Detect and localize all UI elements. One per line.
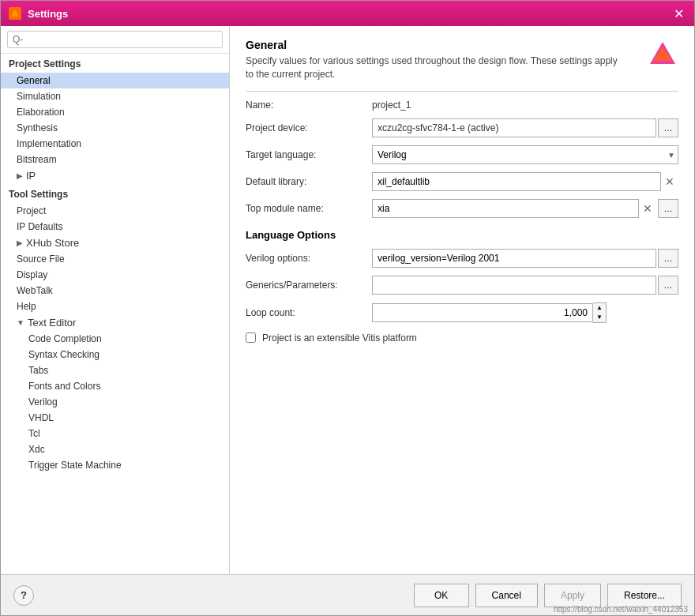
checkbox-row: Project is an extensible Vitis platform — [246, 332, 678, 344]
apply-button[interactable]: Apply — [544, 584, 601, 607]
close-button[interactable]: ✕ — [671, 6, 686, 21]
sidebar-item-xdc[interactable]: Xdc — [1, 441, 229, 457]
verilog-options-label: Verilog options: — [246, 253, 372, 264]
sidebar-item-verilog[interactable]: Verilog — [1, 394, 229, 410]
top-module-browse-button[interactable]: … — [658, 199, 678, 218]
generics-input[interactable] — [372, 276, 656, 295]
xhub-arrow-icon: ▶ — [17, 239, 23, 247]
title-bar: Settings ✕ — [1, 1, 694, 26]
generics-label: Generics/Parameters: — [246, 280, 372, 291]
restore-button[interactable]: Restore... — [607, 584, 682, 607]
sidebar-item-implementation[interactable]: Implementation — [1, 136, 229, 152]
target-language-row: Target language: Verilog VHDL ▼ — [246, 145, 678, 164]
cancel-button[interactable]: Cancel — [475, 584, 538, 607]
sidebar-item-help[interactable]: Help — [1, 299, 229, 314]
main-header-text: General Specify values for various setti… — [246, 39, 625, 81]
bottom-bar: ? OK Cancel Apply Restore... https://blo… — [1, 574, 694, 615]
ok-button[interactable]: OK — [414, 584, 469, 607]
page-description: Specify values for various settings used… — [246, 54, 625, 81]
project-device-label: Project device: — [246, 122, 372, 133]
project-device-container: … — [372, 118, 678, 137]
language-options-title: Language Options — [246, 229, 678, 241]
target-language-wrapper: Verilog VHDL ▼ — [372, 145, 678, 164]
extensible-vitis-checkbox[interactable] — [246, 332, 256, 343]
text-editor-arrow-icon: ▼ — [17, 318, 24, 327]
top-module-row: Top module name: ✕ … — [246, 199, 678, 218]
main-header: General Specify values for various setti… — [246, 39, 678, 81]
sidebar-item-general[interactable]: General — [1, 73, 229, 88]
default-library-row: Default library: ✕ — [246, 172, 678, 191]
default-library-input[interactable] — [372, 172, 661, 191]
sidebar-item-webtalk[interactable]: WebTalk — [1, 283, 229, 299]
top-module-label: Top module name: — [246, 203, 372, 214]
generics-row: Generics/Parameters: … — [246, 276, 678, 295]
help-button[interactable]: ? — [13, 585, 34, 606]
target-language-label: Target language: — [246, 149, 372, 160]
sidebar-item-ip[interactable]: ▶ IP — [1, 167, 229, 184]
main-content: General Specify values for various setti… — [230, 26, 694, 574]
project-device-input[interactable] — [372, 118, 656, 137]
text-editor-label: Text Editor — [28, 317, 76, 329]
sidebar-item-synthesis[interactable]: Synthesis — [1, 120, 229, 136]
sidebar-item-tcl[interactable]: Tcl — [1, 426, 229, 441]
loop-count-up-button[interactable]: ▲ — [593, 303, 606, 313]
default-library-clear-button[interactable]: ✕ — [661, 172, 678, 191]
search-box — [1, 26, 229, 54]
page-title: General — [246, 39, 625, 51]
generics-browse-button[interactable]: … — [658, 276, 678, 295]
sidebar-scroll: Project Settings General Simulation Elab… — [1, 54, 229, 574]
vivado-logo — [647, 39, 678, 73]
tool-settings-label: Tool Settings — [1, 184, 229, 203]
project-device-row: Project device: … — [246, 118, 678, 137]
svg-marker-0 — [11, 9, 19, 17]
top-module-container: ✕ … — [372, 199, 678, 218]
sidebar-item-simulation[interactable]: Simulation — [1, 88, 229, 104]
loop-count-spinbox-btns: ▲ ▼ — [593, 302, 607, 323]
sidebar-item-tabs[interactable]: Tabs — [1, 362, 229, 378]
sidebar-item-source-file[interactable]: Source File — [1, 251, 229, 267]
content-area: Project Settings General Simulation Elab… — [1, 26, 694, 574]
top-module-clear-button[interactable]: ✕ — [639, 199, 656, 218]
sidebar-item-display[interactable]: Display — [1, 267, 229, 283]
loop-count-input[interactable] — [372, 303, 593, 322]
sidebar-item-trigger-state-machine[interactable]: Trigger State Machine — [1, 457, 229, 473]
sidebar-item-syntax-checking[interactable]: Syntax Checking — [1, 347, 229, 362]
target-language-select[interactable]: Verilog VHDL — [372, 145, 678, 164]
default-library-label: Default library: — [246, 176, 372, 187]
name-row: Name: project_1 — [246, 100, 678, 111]
top-module-input[interactable] — [372, 199, 639, 218]
name-label: Name: — [246, 100, 372, 111]
settings-window: Settings ✕ Project Settings General Simu… — [0, 0, 695, 616]
sidebar-item-vhdl[interactable]: VHDL — [1, 410, 229, 426]
sidebar-item-project[interactable]: Project — [1, 203, 229, 219]
extensible-vitis-label[interactable]: Project is an extensible Vitis platform — [262, 332, 417, 344]
loop-count-container: ▲ ▼ — [372, 302, 607, 323]
loop-count-row: Loop count: ▲ ▼ — [246, 302, 678, 323]
sidebar-item-xhub-store[interactable]: ▶ XHub Store — [1, 235, 229, 251]
sidebar-item-elaboration[interactable]: Elaboration — [1, 104, 229, 120]
verilog-options-row: Verilog options: … — [246, 249, 678, 268]
default-library-container: ✕ — [372, 172, 678, 191]
project-device-browse-button[interactable]: … — [658, 118, 678, 137]
title-bar-left: Settings — [9, 7, 68, 20]
generics-container: … — [372, 276, 678, 295]
sidebar-item-code-completion[interactable]: Code Completion — [1, 331, 229, 347]
window-title: Settings — [28, 8, 68, 20]
xhub-label: XHub Store — [26, 237, 79, 249]
ip-label: IP — [26, 170, 36, 182]
loop-count-down-button[interactable]: ▼ — [593, 313, 606, 322]
verilog-options-browse-button[interactable]: … — [658, 249, 678, 268]
header-divider — [246, 91, 678, 92]
sidebar-item-fonts-colors[interactable]: Fonts and Colors — [1, 378, 229, 394]
ip-arrow-icon: ▶ — [17, 171, 23, 180]
sidebar: Project Settings General Simulation Elab… — [1, 26, 230, 574]
search-input[interactable] — [7, 31, 223, 48]
name-value: project_1 — [372, 100, 411, 111]
verilog-options-container: … — [372, 249, 678, 268]
sidebar-item-bitstream[interactable]: Bitstream — [1, 152, 229, 167]
verilog-options-input[interactable] — [372, 249, 656, 268]
sidebar-item-text-editor[interactable]: ▼ Text Editor — [1, 314, 229, 331]
watermark: https://blog.csdn.net/waixin_44012353 — [554, 605, 688, 614]
project-settings-label: Project Settings — [1, 54, 229, 73]
sidebar-item-ip-defaults[interactable]: IP Defaults — [1, 219, 229, 235]
